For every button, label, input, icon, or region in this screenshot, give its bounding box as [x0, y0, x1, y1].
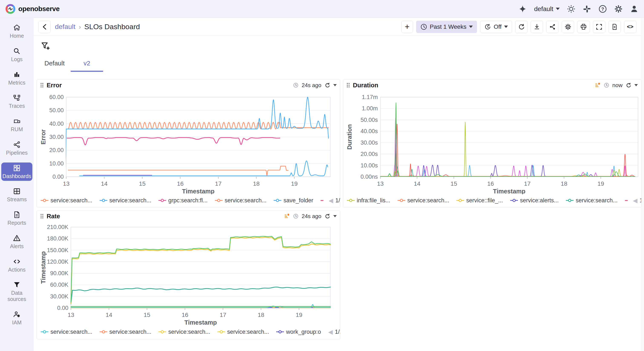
legend-item[interactable]: grpc:search:fl...	[158, 197, 208, 204]
drag-handle-icon[interactable]	[40, 83, 44, 88]
panel-menu-caret-icon[interactable]	[333, 215, 337, 217]
legend-item[interactable]: save_folder	[274, 197, 313, 204]
svg-text:1.00m: 1.00m	[362, 105, 378, 112]
legend-item[interactable]: work_group:o	[276, 329, 321, 335]
legend-item[interactable]: service:search...	[100, 329, 152, 335]
legend-prev-page-icon[interactable]: ◀	[328, 197, 333, 204]
sidebar-item-pipelines[interactable]: Pipelines	[1, 139, 32, 158]
panel-menu-caret-icon[interactable]	[333, 84, 337, 86]
theme-light-icon[interactable]	[567, 5, 576, 13]
duration-chart-legend[interactable]: infra:file_lis...service:search...servic…	[343, 194, 641, 206]
svg-text:50.00: 50.00	[49, 107, 64, 114]
tab-default[interactable]: Default	[38, 58, 71, 72]
refresh-button[interactable]	[515, 21, 528, 33]
legend-prev-page-icon[interactable]: ◀	[633, 197, 638, 204]
sidebar-item-reports[interactable]: Reports	[1, 209, 32, 228]
add-panel-button[interactable]: +	[402, 21, 413, 33]
svg-text:19: 19	[291, 180, 298, 187]
legend-item[interactable]: service:search...	[100, 197, 152, 204]
svg-text:40.00: 40.00	[49, 120, 64, 127]
sidebar-item-rum[interactable]: RUM	[1, 116, 32, 134]
svg-text:Timestamp: Timestamp	[40, 251, 47, 284]
tab-v2[interactable]: v2	[71, 58, 103, 72]
profile-icon[interactable]	[630, 5, 638, 13]
ai-assistant-icon[interactable]	[518, 5, 527, 13]
sidebar-item-iam[interactable]: IAM	[1, 309, 32, 327]
top-bar: openobserve default ?	[0, 0, 644, 18]
legend-prev-page-icon[interactable]: ◀	[328, 328, 333, 336]
share-button[interactable]	[546, 21, 558, 33]
panel-refresh-icon[interactable]	[324, 213, 330, 219]
sidebar-item-home[interactable]: Home	[1, 22, 32, 41]
svg-text:Timestamp: Timestamp	[184, 319, 217, 326]
slack-icon[interactable]	[583, 5, 591, 13]
export-download-button[interactable]	[531, 21, 543, 33]
svg-text:17: 17	[220, 312, 226, 318]
sidebar-item-label: RUM	[11, 126, 23, 132]
sidebar-item-data-sources[interactable]: Data sources	[1, 279, 32, 304]
query-applied-icon[interactable]	[595, 82, 601, 88]
add-filter-button[interactable]	[40, 41, 51, 52]
legend-item[interactable]: service:search...	[398, 197, 449, 204]
sidebar-item-alerts[interactable]: Alerts	[1, 232, 32, 251]
panel-refresh-icon[interactable]	[324, 82, 330, 88]
dashboard-toolbar: default › SLOs Dashboard + Past 1 Weeks …	[34, 18, 641, 36]
legend-overflow-dash-icon	[320, 200, 324, 201]
panel-refresh-icon[interactable]	[626, 82, 632, 88]
org-selector[interactable]: default	[534, 5, 560, 12]
legend-item[interactable]: infra:file_lis...	[347, 197, 390, 204]
legend-item[interactable]: service:alerts...	[510, 197, 559, 204]
svg-text:14: 14	[414, 180, 420, 187]
legend-item-label: infra:file_lis...	[357, 197, 390, 204]
svg-text:19: 19	[597, 180, 604, 187]
legend-item-label: service:alerts...	[520, 197, 559, 204]
sidebar-item-label: Dashboards	[2, 173, 31, 179]
breadcrumb: default › SLOs Dashboard	[55, 22, 140, 31]
query-applied-icon[interactable]	[284, 213, 290, 219]
svg-text:1.17m: 1.17m	[362, 94, 378, 100]
sidebar-item-traces[interactable]: Traces	[1, 92, 32, 111]
legend-item[interactable]: service:search...	[158, 329, 210, 335]
drag-handle-icon[interactable]	[346, 83, 350, 88]
drag-handle-icon[interactable]	[40, 214, 44, 219]
sidebar-item-dashboards[interactable]: Dashboards	[1, 162, 32, 181]
auto-refresh-picker[interactable]: Off	[480, 21, 512, 33]
sidebar-item-logs[interactable]: Logs	[1, 46, 32, 64]
legend-item[interactable]: service:search...	[215, 197, 267, 204]
legend-item[interactable]: service::file_...	[456, 197, 503, 204]
panel-menu-caret-icon[interactable]	[634, 84, 638, 86]
legend-item[interactable]: service:search...	[218, 329, 269, 335]
print-button[interactable]	[577, 21, 590, 33]
breadcrumb-org-link[interactable]: default	[55, 23, 76, 31]
legend-item[interactable]: service:search...	[41, 329, 92, 335]
rate-chart-legend[interactable]: service:search...service:search...servic…	[37, 326, 340, 338]
fullscreen-button[interactable]	[593, 21, 605, 33]
sidebar-item-actions[interactable]: Actions	[1, 256, 32, 274]
legend-item-label: service:search...	[408, 197, 449, 204]
legend-marker-icon	[41, 199, 48, 202]
sidebar-item-streams[interactable]: Streams	[1, 186, 32, 204]
sidebar: Home Logs Metrics Traces RUM Pipelines D…	[0, 18, 34, 351]
svg-text:19: 19	[296, 312, 302, 318]
back-button[interactable]	[38, 21, 51, 33]
dashboard-settings-button[interactable]	[562, 21, 574, 33]
legend-page-indicator: 1/25	[640, 197, 642, 204]
chevron-down-icon	[556, 8, 560, 10]
page-scrollbar[interactable]	[641, 18, 644, 351]
legend-page-indicator: 1/25	[335, 329, 340, 335]
legend-item[interactable]: service:search...	[41, 197, 92, 204]
help-icon[interactable]: ?	[598, 5, 607, 13]
code-view-button[interactable]: <>	[624, 21, 636, 33]
error-chart-legend[interactable]: service:search...service:search...grpc:s…	[37, 194, 340, 206]
svg-text:15: 15	[450, 180, 457, 187]
time-range-picker[interactable]: Past 1 Weeks	[416, 21, 477, 33]
svg-text:Timestamp: Timestamp	[493, 188, 526, 194]
legend-item[interactable]: service:search...	[566, 197, 618, 204]
legend-marker-icon	[274, 199, 281, 202]
export-json-button[interactable]	[608, 21, 621, 33]
svg-text:Timestamp: Timestamp	[182, 188, 215, 194]
legend-marker-icon	[510, 199, 518, 202]
settings-gear-icon[interactable]	[614, 5, 623, 13]
legend-marker-icon	[398, 199, 405, 202]
sidebar-item-metrics[interactable]: Metrics	[1, 69, 32, 88]
